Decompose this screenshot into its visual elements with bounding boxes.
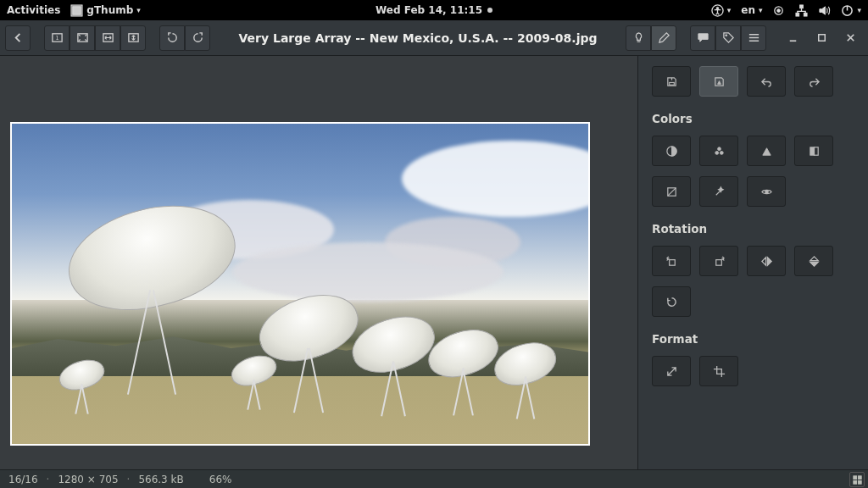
zoom-actual-button[interactable]: 1 <box>44 25 70 51</box>
one-to-one-icon: 1 <box>51 31 64 44</box>
equalize-button[interactable] <box>747 136 786 166</box>
svg-rect-31 <box>853 475 856 479</box>
negative-button[interactable] <box>652 176 691 207</box>
minimize-icon <box>787 31 799 44</box>
thumbnail-pane-toggle[interactable] <box>849 472 865 487</box>
svg-text:1: 1 <box>55 35 58 42</box>
flip-h-icon <box>760 255 773 268</box>
close-icon <box>844 31 857 44</box>
zoom-fit-width-button[interactable] <box>95 25 120 51</box>
free-rotate-button[interactable] <box>652 286 691 317</box>
power-icon <box>841 4 854 17</box>
edit-mode-group <box>626 25 676 51</box>
resize-icon <box>665 365 678 378</box>
file-actions-row <box>652 66 854 97</box>
lightbulb-icon <box>632 31 645 44</box>
save-as-button[interactable] <box>699 66 738 97</box>
adjust-contrast-button[interactable] <box>652 136 691 166</box>
zoom-fit-button[interactable] <box>70 25 95 51</box>
save-icon <box>665 75 678 88</box>
window-minimize-button[interactable] <box>780 25 805 51</box>
svg-rect-8 <box>804 13 808 16</box>
flip-v-icon <box>808 255 821 268</box>
svg-rect-1 <box>73 6 81 14</box>
svg-point-5 <box>777 8 781 12</box>
pencil-icon <box>658 31 670 44</box>
magic-wand-icon <box>713 186 726 198</box>
comment-button[interactable] <box>690 25 715 51</box>
rotate-left-button[interactable] <box>652 246 691 276</box>
rotate-quick-group <box>159 25 210 51</box>
resize-button[interactable] <box>652 356 691 386</box>
activities-button[interactable]: Activities <box>7 4 60 16</box>
svg-rect-6 <box>800 4 804 8</box>
tags-button[interactable] <box>715 25 741 51</box>
record-indicator-icon[interactable] <box>772 4 785 17</box>
svg-rect-32 <box>858 475 861 479</box>
svg-rect-30 <box>715 259 721 265</box>
svg-point-23 <box>715 151 718 154</box>
rotate-free-icon <box>665 296 678 308</box>
clock[interactable]: Wed Feb 14, 11:15 <box>376 4 492 16</box>
zoom-mode-group: 1 <box>44 25 146 51</box>
accessibility-menu[interactable]: ▾ <box>711 4 732 17</box>
chevron-down-icon: ▾ <box>759 6 763 14</box>
fit-screen-icon <box>76 31 89 44</box>
hamburger-icon <box>748 31 760 44</box>
rotate-right-quick-button[interactable] <box>185 25 210 51</box>
desaturate-button[interactable] <box>794 136 833 166</box>
status-zoom: 66% <box>209 474 232 485</box>
status-bar: 16/16 · 1280 × 705 · 566.3 kB 66% <box>0 469 868 488</box>
tag-icon <box>722 31 735 44</box>
menu-button[interactable] <box>741 25 766 51</box>
rotation-heading: Rotation <box>652 222 854 236</box>
undo-button[interactable] <box>747 66 786 97</box>
window-title: Very Large Array -- New Mexico, U.S.A. -… <box>214 31 622 45</box>
eye-icon <box>760 186 773 198</box>
input-language-menu[interactable]: en▾ <box>741 4 762 16</box>
app-toolbar: 1 Very Large Array -- New Mexico, U.S.A.… <box>0 20 868 56</box>
svg-point-17 <box>725 35 726 36</box>
crop-button[interactable] <box>699 356 738 386</box>
status-index: 16/16 <box>8 474 38 485</box>
window-maximize-button[interactable] <box>809 25 834 51</box>
back-button[interactable] <box>5 25 31 51</box>
image-content <box>10 122 590 446</box>
redo-icon <box>808 75 821 88</box>
fit-height-icon <box>127 31 140 44</box>
rotate-left-icon <box>166 31 179 44</box>
volume-icon[interactable] <box>818 4 831 17</box>
zoom-fit-height-button[interactable] <box>120 25 146 51</box>
svg-rect-20 <box>669 82 674 85</box>
svg-rect-34 <box>858 480 861 484</box>
save-button[interactable] <box>652 66 691 97</box>
properties-button[interactable] <box>626 25 651 51</box>
status-dimensions: 1280 × 705 <box>58 474 118 485</box>
rotate-right-button[interactable] <box>699 246 738 276</box>
color-balance-icon <box>713 145 726 158</box>
fit-width-icon <box>102 31 114 44</box>
system-menu[interactable]: ▾ <box>841 4 861 17</box>
flip-vertical-button[interactable] <box>794 246 833 276</box>
red-eye-button[interactable] <box>747 176 786 207</box>
svg-rect-19 <box>818 35 825 42</box>
svg-rect-7 <box>796 13 799 16</box>
enhance-button[interactable] <box>699 176 738 207</box>
colors-heading: Colors <box>652 112 854 125</box>
rotate-ccw-icon <box>665 255 678 268</box>
window-close-button[interactable] <box>837 25 863 51</box>
redo-button[interactable] <box>794 66 833 97</box>
edit-tools-button[interactable] <box>651 25 676 51</box>
rotate-left-quick-button[interactable] <box>159 25 185 51</box>
network-wired-icon[interactable] <box>795 4 808 17</box>
chevron-down-icon: ▾ <box>727 6 732 14</box>
image-viewer[interactable] <box>0 56 637 469</box>
main-area: Colors Rotation Format <box>0 56 868 469</box>
accessibility-icon <box>711 4 724 17</box>
status-filesize: 566.3 kB <box>138 474 183 485</box>
app-menu-button[interactable]: gThumb ▾ <box>70 4 141 17</box>
adjust-colors-button[interactable] <box>699 136 738 166</box>
histogram-icon <box>760 145 773 158</box>
contrast-icon <box>665 145 678 158</box>
flip-horizontal-button[interactable] <box>747 246 786 276</box>
